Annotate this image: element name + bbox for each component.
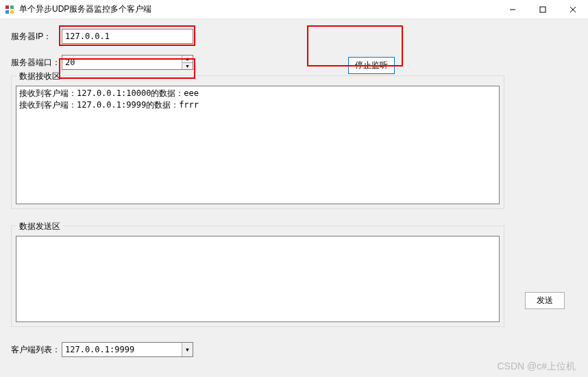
server-ip-label: 服务器IP： — [11, 31, 62, 42]
minimize-button[interactable] — [498, 0, 528, 19]
send-button-label: 发送 — [537, 295, 553, 306]
receive-groupbox: 数据接收区 接收到客户端：127.0.0.1:10000的数据：eee 接收到客… — [11, 75, 504, 209]
svg-rect-1 — [10, 5, 14, 9]
svg-rect-5 — [540, 7, 546, 12]
server-port-label: 服务器端口： — [11, 57, 62, 69]
port-down-icon[interactable]: ▼ — [182, 63, 193, 70]
send-group-title: 数据发送区 — [17, 221, 62, 232]
server-port-stepper[interactable]: ▲ ▼ — [62, 55, 193, 70]
close-button[interactable] — [558, 0, 588, 19]
watermark-text: CSDN @c#上位机 — [497, 361, 576, 373]
app-icon — [4, 4, 15, 15]
stop-listen-button[interactable]: 停止监听 — [348, 57, 395, 74]
client-list-label: 客户端列表： — [11, 344, 62, 356]
svg-rect-3 — [10, 10, 14, 14]
receive-textarea[interactable]: 接收到客户端：127.0.0.1:10000的数据：eee 接收到客户端：127… — [16, 86, 500, 204]
client-list-combobox[interactable]: 127.0.0.1:9999 ▼ — [62, 342, 193, 357]
port-up-icon[interactable]: ▲ — [182, 56, 193, 63]
svg-rect-2 — [5, 10, 9, 14]
chevron-down-icon[interactable]: ▼ — [182, 343, 193, 356]
send-button[interactable]: 发送 — [525, 292, 565, 309]
client-selected-value: 127.0.0.1:9999 — [62, 345, 182, 354]
maximize-button[interactable] — [528, 0, 558, 19]
receive-group-title: 数据接收区 — [17, 71, 62, 82]
stop-listen-label: 停止监听 — [355, 60, 388, 71]
send-textarea[interactable] — [16, 236, 500, 322]
server-port-input[interactable] — [62, 56, 182, 69]
server-ip-input[interactable] — [62, 29, 193, 44]
svg-rect-0 — [5, 5, 9, 9]
window-controls — [498, 0, 588, 19]
window-title: 单个异步UDP服务器监控多个客户端 — [19, 3, 498, 15]
titlebar: 单个异步UDP服务器监控多个客户端 — [0, 0, 588, 19]
send-groupbox: 数据发送区 — [11, 226, 504, 327]
